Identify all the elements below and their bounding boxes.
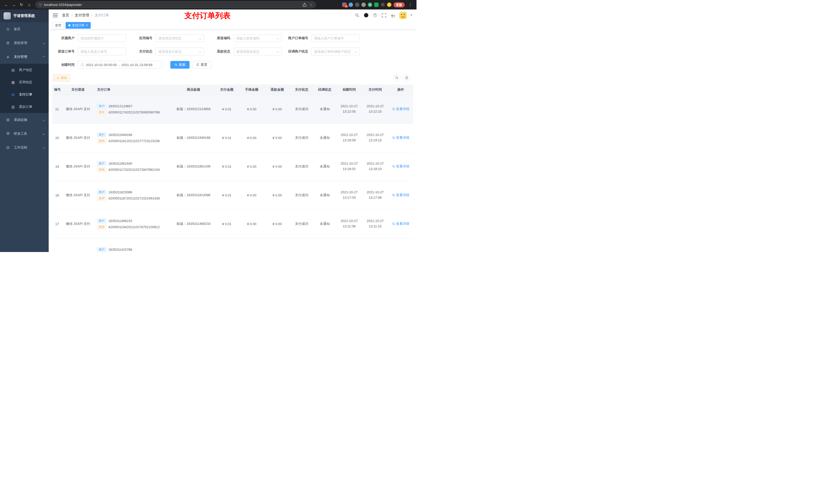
cell-create-time: 2021-10-2713:19:09 bbox=[336, 123, 362, 152]
clock-icon bbox=[80, 63, 84, 67]
fullscreen-icon[interactable] bbox=[381, 13, 386, 18]
browser-home-button[interactable]: ⌂ bbox=[26, 1, 33, 8]
pay-order-no: 4200001194202110276752100612 bbox=[109, 225, 160, 229]
merchant-tag: 商户 bbox=[97, 247, 106, 252]
extension-icon[interactable] bbox=[374, 3, 379, 7]
browser-forward-button[interactable]: → bbox=[10, 1, 18, 8]
browser-back-button[interactable]: ← bbox=[3, 1, 10, 8]
refresh-button[interactable] bbox=[403, 74, 410, 81]
navbar-actions: ? TT bbox=[355, 12, 412, 19]
view-detail-link[interactable]: 查看详情 bbox=[392, 221, 409, 226]
vue-devtools-icon[interactable]: V bbox=[368, 3, 372, 7]
header-channel: 支付渠道 bbox=[61, 85, 95, 95]
pin-extension-icon[interactable]: 📍 bbox=[381, 3, 385, 7]
sidebar-item-system[interactable]: ⚙ 系统管理 bbox=[0, 36, 49, 50]
cell-refund: ¥ 0.00 bbox=[264, 181, 290, 210]
tab-home[interactable]: 首页 bbox=[52, 22, 64, 29]
chevron-down-icon bbox=[277, 37, 279, 40]
briefcase-icon: ⊟ bbox=[6, 145, 10, 150]
extension-icon[interactable]: 10 bbox=[342, 3, 347, 7]
sidebar-item-label: 工作流程 bbox=[14, 145, 27, 150]
chevron-down-icon[interactable] bbox=[410, 15, 412, 16]
pay-status-select[interactable] bbox=[156, 48, 199, 55]
sidebar-item-merchant-info[interactable]: ▤ 商户信息 bbox=[0, 64, 49, 76]
channel-order-no-input[interactable] bbox=[78, 48, 126, 55]
cell-action: 查看详情 bbox=[388, 181, 413, 210]
bookmark-star-icon[interactable]: ☆ bbox=[309, 3, 312, 7]
table-row[interactable]: 21 微信 JSAPI 支付 商户1635312124657 支付4200001… bbox=[52, 95, 413, 123]
cell-notify: 未通知 bbox=[313, 152, 336, 181]
table-row[interactable]: 19 微信 JSAPI 支付 商户1635311881440 支付4200001… bbox=[52, 152, 413, 181]
search-icon[interactable] bbox=[355, 13, 360, 18]
font-size-icon[interactable]: TT bbox=[390, 13, 396, 18]
github-icon[interactable] bbox=[363, 13, 368, 18]
emoji-extension-icon[interactable] bbox=[387, 3, 391, 7]
help-icon[interactable]: ? bbox=[373, 13, 378, 18]
app-no-select[interactable] bbox=[156, 34, 199, 42]
filter-label-notify-status: 回调商户状态 bbox=[286, 49, 311, 54]
table-row[interactable]: 20 微信 JSAPI 支付 商户1635311949168 支付4200001… bbox=[52, 123, 413, 152]
tab-pay-order[interactable]: 支付订单 × bbox=[66, 22, 91, 29]
toggle-search-button[interactable] bbox=[393, 74, 400, 81]
pay-tag: 支付 bbox=[97, 110, 106, 115]
breadcrumb-pay[interactable]: 支付管理 bbox=[75, 13, 89, 18]
export-button[interactable]: 导出 bbox=[53, 74, 70, 81]
notify-status-select[interactable] bbox=[311, 48, 355, 55]
chevron-down-icon bbox=[43, 133, 45, 135]
sidebar-item-pay-order[interactable]: ◎ 支付订单 bbox=[0, 88, 49, 101]
view-detail-link[interactable]: 查看详情 bbox=[392, 164, 409, 169]
date-separator: - bbox=[119, 63, 120, 67]
sidebar-item-devtools[interactable]: ⚒ 研发工具 bbox=[0, 127, 49, 141]
view-detail-link[interactable]: 查看详情 bbox=[392, 193, 409, 197]
breadcrumb-current: 支付订单 bbox=[95, 13, 109, 18]
cell-title: 标题：1635311468233 bbox=[173, 210, 215, 238]
header-fee: 手续金额 bbox=[239, 85, 265, 95]
sidebar-item-infra[interactable]: ⊞ 基础设施 bbox=[0, 113, 49, 127]
merchant-tag: 商户 bbox=[97, 104, 106, 109]
channel-code-select[interactable] bbox=[234, 34, 277, 42]
cell-pay-time bbox=[362, 238, 388, 252]
extension-icon[interactable] bbox=[349, 3, 353, 7]
cell-refund: ¥ 0.00 bbox=[264, 95, 290, 123]
browser-reload-button[interactable]: ↻ bbox=[18, 1, 25, 8]
search-button[interactable]: 搜索 bbox=[170, 61, 190, 69]
refund-status-select[interactable] bbox=[234, 48, 277, 55]
merchant-tag: 商户 bbox=[97, 161, 106, 166]
url-bar[interactable]: ⓘ localhost:1024/pay/order ☆ bbox=[35, 1, 316, 8]
view-detail-link[interactable]: 查看详情 bbox=[392, 136, 409, 140]
table-row[interactable]: 商户1635311415786 支付 bbox=[52, 238, 413, 252]
cell-status: 支付成功 bbox=[290, 181, 313, 210]
chevron-down-icon bbox=[43, 146, 45, 149]
cell-notify: 未通知 bbox=[313, 181, 336, 210]
create-time-range-input[interactable]: 2021-10-01 00:00:00 - 2021-10-31 23:59:5… bbox=[78, 61, 162, 69]
reset-button[interactable]: 重置 bbox=[192, 61, 211, 69]
sidebar-item-home[interactable]: ⊙ 首页 bbox=[0, 22, 49, 36]
cell-order: 商户1635311823086 支付4200001167202110271022… bbox=[95, 181, 173, 210]
merchant-input[interactable] bbox=[78, 34, 126, 42]
sidebar-item-workflow[interactable]: ⊟ 工作流程 bbox=[0, 141, 49, 154]
cell-channel: 微信 JSAPI 支付 bbox=[61, 152, 95, 181]
extension-icon[interactable] bbox=[355, 3, 359, 7]
site-info-icon[interactable]: ⓘ bbox=[39, 3, 42, 7]
table-row[interactable]: 18 微信 JSAPI 支付 商户1635311823086 支付4200001… bbox=[52, 181, 413, 210]
hamburger-icon[interactable] bbox=[53, 13, 58, 18]
browser-extensions-area: 10 V 📍 更新 ⋮ bbox=[342, 1, 414, 8]
sidebar-item-refund-order[interactable]: ▥ 退款订单 bbox=[0, 101, 49, 113]
close-icon[interactable]: × bbox=[86, 24, 88, 27]
sidebar-submenu-pay: ▤ 商户信息 ▦ 应用信息 ◎ 支付订单 ▥ 退款订单 bbox=[0, 64, 49, 113]
browser-menu-icon[interactable]: ⋮ bbox=[407, 1, 414, 8]
sidebar-logo[interactable]: 芋道管理系统 bbox=[0, 9, 49, 22]
sidebar-item-pay[interactable]: ¥ 支付管理 bbox=[0, 50, 49, 64]
view-detail-link[interactable]: 查看详情 bbox=[392, 107, 409, 112]
merchant-order-no-input[interactable] bbox=[311, 34, 360, 42]
filter-label-channel-order-no: 渠道订单号 bbox=[52, 49, 78, 54]
avatar[interactable] bbox=[399, 12, 406, 19]
extension-badge: 10 bbox=[344, 5, 348, 8]
breadcrumb-home[interactable]: 首页 bbox=[62, 13, 69, 18]
extension-icon[interactable] bbox=[361, 3, 366, 7]
sidebar-item-app-info[interactable]: ▦ 应用信息 bbox=[0, 76, 49, 88]
share-icon[interactable] bbox=[303, 3, 306, 7]
chevron-up-icon bbox=[43, 55, 45, 58]
browser-update-button[interactable]: 更新 bbox=[394, 2, 405, 7]
table-row[interactable]: 17 微信 JSAPI 支付 商户1635311468233 支付4200001… bbox=[52, 210, 413, 238]
